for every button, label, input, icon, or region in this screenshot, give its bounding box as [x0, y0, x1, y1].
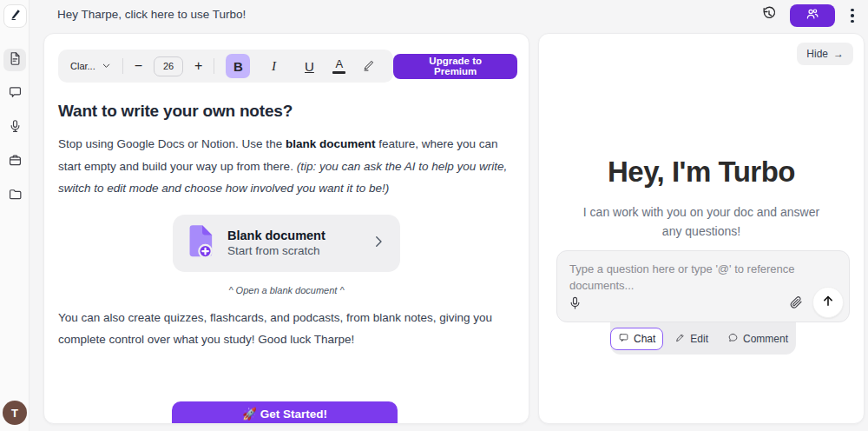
sidebar-item-documents[interactable]: [3, 49, 26, 71]
doc-paragraph-1: Stop using Google Docs or Notion. Use th…: [58, 133, 515, 200]
people-icon: [805, 6, 820, 25]
chat-square-icon: [618, 332, 629, 346]
new-document-icon: [185, 223, 216, 263]
chevron-right-icon: [371, 234, 386, 253]
sidebar-item-folders[interactable]: [3, 184, 26, 207]
user-avatar[interactable]: T: [3, 401, 27, 425]
font-size-increase-button[interactable]: +: [194, 59, 202, 73]
blank-card-subtitle: Start from scratch: [227, 244, 326, 257]
microphone-icon: [567, 300, 583, 315]
font-size-input[interactable]: [154, 56, 183, 76]
pen-logo-icon: [8, 7, 23, 25]
microphone-icon: [7, 118, 23, 138]
doc-heading: Want to write your own notes?: [58, 102, 515, 121]
sidebar-item-voice[interactable]: [3, 116, 26, 139]
sidebar-item-flashcards[interactable]: [3, 150, 26, 173]
highlighter-pen-icon: [362, 58, 376, 75]
chat-input-placeholder: Type a question here or type '@' to refe…: [557, 251, 818, 294]
more-menu-button[interactable]: [844, 9, 861, 23]
underline-button[interactable]: U: [297, 54, 321, 78]
turbo-greeting-link[interactable]: Hey Tharpe, click here to use Turbo!: [57, 8, 246, 21]
editor-panel: Clar... − + B I U A Upgrade to P: [43, 33, 529, 424]
toolbar-divider: [214, 58, 214, 74]
get-started-button[interactable]: 🚀 Get Started!: [172, 401, 398, 424]
history-button[interactable]: [757, 3, 781, 28]
font-family-dropdown[interactable]: Clar...: [70, 61, 111, 72]
assistant-title: Hey, I'm Turbo: [539, 156, 864, 189]
app-window: T Hey Tharpe, click here to use Turbo! C…: [0, 0, 868, 431]
topbar-actions: [757, 3, 861, 28]
blank-document-card[interactable]: Blank document Start from scratch: [173, 215, 400, 272]
folder-icon: [7, 186, 23, 206]
assistant-subtitle: I can work with you on your doc and answ…: [572, 202, 831, 241]
chat-input[interactable]: Type a question here or type '@' to refe…: [556, 250, 850, 322]
assistant-mode-tabs: Chat Edit Comment: [610, 322, 796, 355]
upgrade-premium-button[interactable]: Upgrade to Premium: [393, 54, 517, 79]
chat-bubble-icon: [7, 84, 23, 104]
doc-paragraph-2: You can also create quizzes, flashcards,…: [58, 307, 515, 351]
toolbar-divider: [122, 58, 123, 74]
text-color-button[interactable]: A: [332, 58, 345, 74]
highlighter-button[interactable]: [357, 54, 381, 78]
arrow-right-icon: →: [833, 48, 844, 60]
app-logo[interactable]: [3, 4, 27, 28]
document-icon: [7, 50, 23, 70]
formatting-toolbar: Clar... − + B I U A: [58, 50, 393, 83]
chevron-down-icon: [102, 61, 111, 72]
font-size-decrease-button[interactable]: −: [135, 59, 142, 73]
kebab-menu-icon: [851, 9, 854, 23]
blank-card-title: Blank document: [227, 229, 326, 242]
history-icon: [760, 5, 778, 26]
arrow-up-icon: [820, 293, 836, 312]
pencil-icon: [674, 332, 686, 346]
left-sidebar: T: [0, 0, 30, 431]
card-deck-icon: [7, 152, 23, 172]
tab-edit[interactable]: Edit: [667, 328, 716, 350]
font-family-value: Clar...: [70, 61, 95, 71]
send-button[interactable]: [812, 287, 844, 318]
editor-toolbar-row: Clar... − + B I U A Upgrade to P: [58, 50, 517, 83]
tab-comment[interactable]: Comment: [720, 328, 796, 350]
text-color-swatch: [332, 71, 345, 74]
share-people-button[interactable]: [790, 4, 835, 27]
mic-button[interactable]: [567, 295, 583, 315]
assistant-panel: Hide → Hey, I'm Turbo I can work with yo…: [538, 33, 865, 424]
bold-button[interactable]: B: [226, 54, 250, 78]
hide-panel-button[interactable]: Hide →: [797, 43, 853, 65]
sidebar-item-chat[interactable]: [3, 83, 26, 105]
tab-chat[interactable]: Chat: [610, 328, 663, 350]
blank-card-caption: ^ Open a blank document ^: [58, 285, 515, 295]
document-body[interactable]: Want to write your own notes? Stop using…: [56, 96, 517, 351]
attach-file-button[interactable]: [788, 295, 804, 314]
paperclip-icon: [788, 298, 804, 313]
italic-button[interactable]: I: [261, 54, 286, 78]
comment-bubble-icon: [727, 332, 739, 346]
